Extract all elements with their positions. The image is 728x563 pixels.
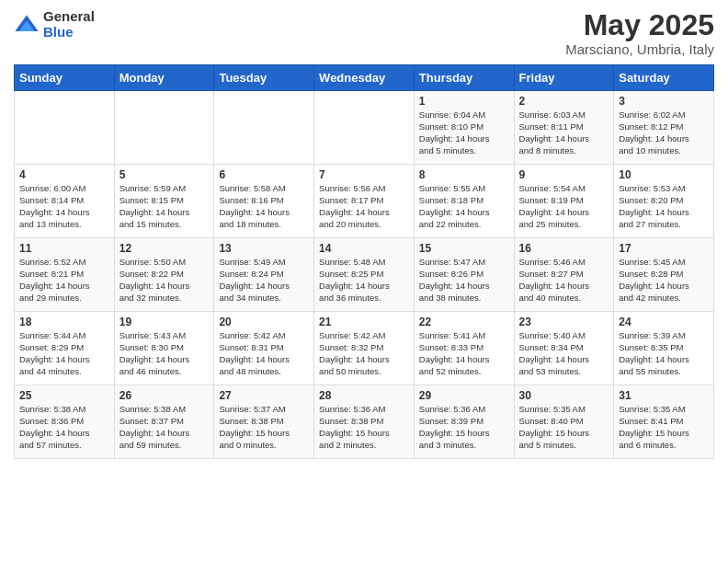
day-cell: 4Sunrise: 6:00 AMSunset: 8:14 PMDaylight…: [15, 165, 115, 238]
day-number: 9: [519, 168, 609, 181]
logo-text: General Blue: [43, 9, 95, 40]
day-cell: 29Sunrise: 5:36 AMSunset: 8:39 PMDayligh…: [414, 385, 514, 459]
day-info: Sunrise: 5:35 AMSunset: 8:41 PMDaylight:…: [619, 404, 709, 451]
day-cell: 9Sunrise: 5:54 AMSunset: 8:19 PMDaylight…: [514, 165, 614, 238]
day-info: Sunrise: 5:41 AMSunset: 8:33 PMDaylight:…: [419, 330, 509, 377]
day-info: Sunrise: 6:00 AMSunset: 8:14 PMDaylight:…: [19, 183, 109, 230]
day-cell: 5Sunrise: 5:59 AMSunset: 8:15 PMDaylight…: [114, 165, 214, 238]
day-info: Sunrise: 6:03 AMSunset: 8:11 PMDaylight:…: [519, 109, 609, 156]
day-info: Sunrise: 5:50 AMSunset: 8:22 PMDaylight:…: [119, 257, 210, 304]
day-cell: 28Sunrise: 5:36 AMSunset: 8:38 PMDayligh…: [314, 385, 415, 459]
month-title: May 2025: [565, 9, 714, 41]
day-cell: 11Sunrise: 5:52 AMSunset: 8:21 PMDayligh…: [15, 238, 115, 312]
day-cell: 26Sunrise: 5:38 AMSunset: 8:37 PMDayligh…: [114, 385, 214, 459]
day-number: 21: [319, 316, 409, 328]
day-cell: 19Sunrise: 5:43 AMSunset: 8:30 PMDayligh…: [114, 312, 214, 385]
header-thursday: Thursday: [414, 65, 514, 91]
day-number: 20: [219, 316, 309, 328]
day-number: 4: [19, 168, 109, 181]
day-cell: 24Sunrise: 5:39 AMSunset: 8:35 PMDayligh…: [614, 312, 714, 385]
location-title: Marsciano, Umbria, Italy: [565, 41, 714, 57]
day-info: Sunrise: 5:48 AMSunset: 8:25 PMDaylight:…: [319, 257, 409, 304]
day-info: Sunrise: 5:38 AMSunset: 8:37 PMDaylight:…: [119, 404, 210, 451]
day-cell: 21Sunrise: 5:42 AMSunset: 8:32 PMDayligh…: [314, 312, 415, 385]
day-cell: 17Sunrise: 5:45 AMSunset: 8:28 PMDayligh…: [614, 238, 714, 312]
day-cell: 18Sunrise: 5:44 AMSunset: 8:29 PMDayligh…: [15, 312, 115, 385]
day-number: 31: [619, 389, 709, 402]
week-row-2: 4Sunrise: 6:00 AMSunset: 8:14 PMDaylight…: [15, 165, 714, 238]
day-number: 3: [619, 95, 709, 108]
day-cell: 8Sunrise: 5:55 AMSunset: 8:18 PMDaylight…: [414, 165, 514, 238]
header-tuesday: Tuesday: [214, 65, 314, 91]
logo: General Blue: [14, 9, 95, 40]
day-number: 10: [619, 168, 709, 181]
day-cell: 25Sunrise: 5:38 AMSunset: 8:36 PMDayligh…: [15, 385, 115, 459]
day-info: Sunrise: 5:37 AMSunset: 8:38 PMDaylight:…: [219, 404, 309, 451]
day-info: Sunrise: 5:52 AMSunset: 8:21 PMDaylight:…: [19, 257, 109, 304]
title-area: May 2025 Marsciano, Umbria, Italy: [565, 9, 714, 57]
day-number: 27: [219, 389, 309, 402]
week-row-1: 1Sunrise: 6:04 AMSunset: 8:10 PMDaylight…: [15, 91, 714, 165]
day-number: 2: [519, 95, 609, 108]
day-number: 29: [419, 389, 509, 402]
day-cell: 7Sunrise: 5:56 AMSunset: 8:17 PMDaylight…: [314, 165, 415, 238]
day-cell: 15Sunrise: 5:47 AMSunset: 8:26 PMDayligh…: [414, 238, 514, 312]
day-number: 22: [419, 316, 509, 328]
day-cell: 31Sunrise: 5:35 AMSunset: 8:41 PMDayligh…: [614, 385, 714, 459]
week-row-5: 25Sunrise: 5:38 AMSunset: 8:36 PMDayligh…: [15, 385, 714, 459]
day-number: 24: [619, 316, 709, 328]
day-number: 26: [119, 389, 210, 402]
header-saturday: Saturday: [614, 65, 714, 91]
header-friday: Friday: [514, 65, 614, 91]
day-cell: 16Sunrise: 5:46 AMSunset: 8:27 PMDayligh…: [514, 238, 614, 312]
day-info: Sunrise: 5:42 AMSunset: 8:31 PMDaylight:…: [219, 330, 309, 377]
header-monday: Monday: [114, 65, 214, 91]
day-cell: 12Sunrise: 5:50 AMSunset: 8:22 PMDayligh…: [114, 238, 214, 312]
day-info: Sunrise: 5:35 AMSunset: 8:40 PMDaylight:…: [519, 404, 609, 451]
day-cell: 14Sunrise: 5:48 AMSunset: 8:25 PMDayligh…: [314, 238, 415, 312]
week-row-3: 11Sunrise: 5:52 AMSunset: 8:21 PMDayligh…: [15, 238, 714, 312]
day-cell: 3Sunrise: 6:02 AMSunset: 8:12 PMDaylight…: [614, 91, 714, 165]
day-info: Sunrise: 5:43 AMSunset: 8:30 PMDaylight:…: [119, 330, 210, 377]
week-row-4: 18Sunrise: 5:44 AMSunset: 8:29 PMDayligh…: [15, 312, 714, 385]
day-cell: 10Sunrise: 5:53 AMSunset: 8:20 PMDayligh…: [614, 165, 714, 238]
day-info: Sunrise: 6:02 AMSunset: 8:12 PMDaylight:…: [619, 109, 709, 156]
day-info: Sunrise: 5:59 AMSunset: 8:15 PMDaylight:…: [119, 183, 210, 230]
day-info: Sunrise: 5:53 AMSunset: 8:20 PMDaylight:…: [619, 183, 709, 230]
day-info: Sunrise: 5:40 AMSunset: 8:34 PMDaylight:…: [519, 330, 609, 377]
day-cell: 2Sunrise: 6:03 AMSunset: 8:11 PMDaylight…: [514, 91, 614, 165]
header: General Blue May 2025 Marsciano, Umbria,…: [14, 9, 714, 57]
day-number: 23: [519, 316, 609, 328]
day-number: 30: [519, 389, 609, 402]
header-sunday: Sunday: [15, 65, 115, 91]
logo-icon: [14, 12, 40, 38]
day-cell: [214, 91, 314, 165]
day-info: Sunrise: 5:46 AMSunset: 8:27 PMDaylight:…: [519, 257, 609, 304]
day-number: 18: [19, 316, 109, 328]
day-number: 11: [19, 242, 109, 255]
day-cell: 20Sunrise: 5:42 AMSunset: 8:31 PMDayligh…: [214, 312, 314, 385]
day-number: 6: [219, 168, 309, 181]
day-info: Sunrise: 5:39 AMSunset: 8:35 PMDaylight:…: [619, 330, 709, 377]
day-cell: 6Sunrise: 5:58 AMSunset: 8:16 PMDaylight…: [214, 165, 314, 238]
day-info: Sunrise: 5:49 AMSunset: 8:24 PMDaylight:…: [219, 257, 309, 304]
logo-general-label: General: [43, 9, 95, 25]
day-info: Sunrise: 5:47 AMSunset: 8:26 PMDaylight:…: [419, 257, 509, 304]
day-number: 17: [619, 242, 709, 255]
day-number: 28: [319, 389, 409, 402]
day-info: Sunrise: 5:44 AMSunset: 8:29 PMDaylight:…: [19, 330, 109, 377]
day-cell: 23Sunrise: 5:40 AMSunset: 8:34 PMDayligh…: [514, 312, 614, 385]
day-info: Sunrise: 5:45 AMSunset: 8:28 PMDaylight:…: [619, 257, 709, 304]
day-number: 7: [319, 168, 409, 181]
day-cell: [314, 91, 415, 165]
day-number: 14: [319, 242, 409, 255]
day-info: Sunrise: 5:54 AMSunset: 8:19 PMDaylight:…: [519, 183, 609, 230]
day-info: Sunrise: 5:58 AMSunset: 8:16 PMDaylight:…: [219, 183, 309, 230]
day-cell: 13Sunrise: 5:49 AMSunset: 8:24 PMDayligh…: [214, 238, 314, 312]
day-number: 8: [419, 168, 509, 181]
header-wednesday: Wednesday: [314, 65, 415, 91]
page: General Blue May 2025 Marsciano, Umbria,…: [0, 0, 728, 563]
day-number: 19: [119, 316, 210, 328]
calendar: SundayMondayTuesdayWednesdayThursdayFrid…: [14, 64, 714, 459]
day-number: 12: [119, 242, 210, 255]
